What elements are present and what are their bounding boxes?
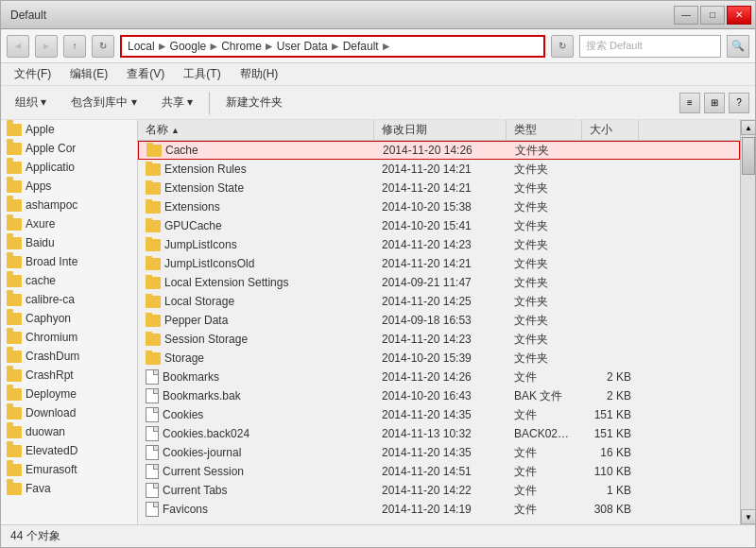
file-icon (146, 464, 159, 479)
col-header-size[interactable]: 大小 (582, 120, 639, 140)
scroll-thumb[interactable] (742, 137, 755, 175)
search-placeholder: 搜索 Default (586, 39, 643, 53)
sidebar-item-11[interactable]: Chromium (1, 328, 137, 347)
file-row-18[interactable]: Current Tabs2014-11-20 14:22文件1 KB (138, 481, 740, 500)
file-type-5: 文件夹 (507, 236, 582, 254)
file-row-1[interactable]: Extension Rules2014-11-20 14:21文件夹 (138, 160, 740, 179)
path-part-5: Default (343, 40, 379, 53)
file-row-6[interactable]: JumpListIconsOld2014-11-20 14:21文件夹 (138, 254, 740, 273)
sidebar-item-8[interactable]: cache (1, 271, 137, 290)
minimize-button[interactable]: — (674, 6, 698, 25)
sidebar-item-17[interactable]: ElevatedD (1, 441, 137, 460)
sidebar-item-label: calibre-ca (26, 293, 75, 306)
sidebar-item-9[interactable]: calibre-ca (1, 290, 137, 309)
file-size-11 (582, 357, 639, 359)
file-row-8[interactable]: Local Storage2014-11-20 14:25文件夹 (138, 292, 740, 311)
file-row-15[interactable]: Cookies.back0242014-11-13 10:32BACK024 文… (138, 424, 740, 443)
sidebar-item-15[interactable]: Download (1, 403, 137, 422)
sidebar-item-3[interactable]: Apps (1, 177, 137, 196)
sidebar-item-4[interactable]: ashampoc (1, 196, 137, 214)
refresh2-button[interactable]: ↻ (551, 35, 574, 58)
sidebar-item-label: Chromium (26, 331, 77, 344)
col-header-date[interactable]: 修改日期 (374, 120, 507, 140)
file-row-3[interactable]: Extensions2014-10-20 15:38文件夹 (138, 197, 740, 216)
file-row-0[interactable]: Cache2014-11-20 14:26文件夹 (138, 141, 740, 160)
search-box[interactable]: 搜索 Default (579, 35, 721, 58)
file-size-4 (582, 225, 639, 227)
file-row-10[interactable]: Session Storage2014-11-20 14:23文件夹 (138, 330, 740, 349)
sidebar-item-18[interactable]: Emurasoft (1, 460, 137, 479)
file-type-15: BACK024 文件 (507, 425, 582, 443)
sidebar-item-14[interactable]: Deployme (1, 385, 137, 403)
file-name-6: JumpListIconsOld (138, 256, 374, 271)
sidebar-item-6[interactable]: Baidu (1, 233, 137, 252)
forward-button[interactable]: ► (35, 35, 58, 58)
file-row-16[interactable]: Cookies-journal2014-11-20 14:35文件16 KB (138, 443, 740, 462)
sidebar-item-0[interactable]: Apple (1, 120, 137, 139)
file-row-5[interactable]: JumpListIcons2014-11-20 14:23文件夹 (138, 235, 740, 254)
file-row-4[interactable]: GPUCache2014-10-20 15:41文件夹 (138, 216, 740, 235)
right-scrollbar: ▲ ▼ (740, 120, 755, 524)
menu-edit[interactable]: 编辑(E) (62, 64, 115, 84)
file-size-10 (582, 338, 639, 340)
file-date-1: 2014-11-20 14:21 (374, 162, 507, 177)
sidebar-item-12[interactable]: CrashDum (1, 347, 137, 366)
file-name-8: Local Storage (138, 294, 374, 309)
scroll-down-button[interactable]: ▼ (741, 509, 755, 524)
file-row-7[interactable]: Local Extension Settings2014-09-21 11:47… (138, 273, 740, 292)
up-button[interactable]: ↑ (63, 35, 86, 58)
file-row-12[interactable]: Bookmarks2014-11-20 14:26文件2 KB (138, 368, 740, 386)
sidebar-item-label: Emurasoft (26, 463, 77, 476)
organize-button[interactable]: 组织 ▾ (7, 91, 55, 114)
file-size-12: 2 KB (582, 369, 639, 385)
sidebar-item-10[interactable]: Caphyon (1, 309, 137, 328)
sort-arrow-name: ▲ (171, 126, 180, 135)
file-row-19[interactable]: Favicons2014-11-20 14:19文件308 KB (138, 500, 740, 519)
menu-file[interactable]: 文件(F) (7, 64, 59, 84)
window-controls: — □ ✕ (674, 6, 751, 25)
scroll-up-button[interactable]: ▲ (741, 120, 755, 135)
maximize-button[interactable]: □ (700, 6, 725, 25)
refresh-button[interactable]: ↻ (92, 35, 114, 58)
col-header-type[interactable]: 类型 (507, 120, 582, 140)
help-button[interactable]: ? (729, 93, 749, 113)
menu-view[interactable]: 查看(V) (119, 64, 172, 84)
menu-help[interactable]: 帮助(H) (232, 64, 286, 84)
view-tiles-button[interactable]: ⊞ (704, 93, 725, 113)
menu-tools[interactable]: 工具(T) (176, 64, 228, 84)
sidebar-item-16[interactable]: duowan (1, 422, 137, 441)
file-date-14: 2014-11-20 14:35 (374, 407, 507, 422)
file-row-9[interactable]: Pepper Data2014-09-18 16:53文件夹 (138, 311, 740, 330)
sidebar-item-13[interactable]: CrashRpt (1, 366, 137, 385)
search-button[interactable]: 🔍 (727, 35, 749, 58)
folder-icon (7, 180, 22, 193)
view-list-button[interactable]: ≡ (679, 93, 700, 113)
file-size-14: 151 KB (582, 407, 639, 422)
close-button[interactable]: ✕ (727, 6, 751, 25)
new-folder-button[interactable]: 新建文件夹 (217, 91, 291, 114)
col-header-name[interactable]: 名称 ▲ (138, 120, 374, 140)
address-path[interactable]: Local ► Google ► Chrome ► User Data ► De… (120, 35, 545, 58)
include-button[interactable]: 包含到库中 ▾ (62, 91, 145, 114)
file-row-11[interactable]: Storage2014-10-20 15:39文件夹 (138, 349, 740, 368)
share-button[interactable]: 共享 ▾ (153, 91, 201, 114)
file-row-13[interactable]: Bookmarks.bak2014-10-20 16:43BAK 文件2 KB (138, 386, 740, 405)
file-type-10: 文件夹 (507, 331, 582, 349)
sidebar-item-label: duowan (26, 425, 65, 438)
back-button[interactable]: ◄ (7, 35, 29, 58)
sidebar-item-7[interactable]: Broad Inte (1, 252, 137, 271)
folder-icon (7, 143, 22, 155)
file-type-19: 文件 (507, 501, 582, 519)
file-row-2[interactable]: Extension State2014-11-20 14:21文件夹 (138, 179, 740, 197)
file-name-11: Storage (138, 351, 374, 366)
sidebar-item-19[interactable]: Fava (1, 479, 137, 498)
sidebar-item-2[interactable]: Applicatio (1, 158, 137, 177)
folder-icon (146, 352, 161, 365)
file-row-14[interactable]: Cookies2014-11-20 14:35文件151 KB (138, 405, 740, 424)
sidebar-item-5[interactable]: Axure (1, 214, 137, 233)
file-type-17: 文件 (507, 463, 582, 481)
file-row-17[interactable]: Current Session2014-11-20 14:51文件110 KB (138, 462, 740, 481)
sidebar-item-1[interactable]: Apple Cor (1, 139, 137, 158)
toolbar-right: ≡ ⊞ ? (679, 93, 749, 113)
file-type-1: 文件夹 (507, 161, 582, 179)
